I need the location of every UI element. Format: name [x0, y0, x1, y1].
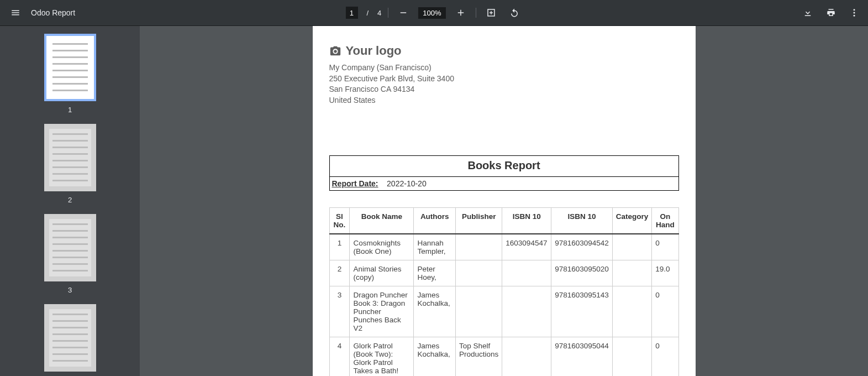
table-cell [456, 286, 502, 337]
table-cell [456, 234, 502, 260]
table-cell: Top Shelf Productions [456, 337, 502, 376]
table-header: Publisher [456, 208, 502, 234]
table-cell: 0 [652, 337, 678, 376]
page-thumbnail[interactable] [44, 34, 96, 101]
table-cell: 9781603095020 [551, 260, 613, 286]
zoom-out-button[interactable] [395, 4, 412, 21]
table-row: 4Glork Patrol (Book Two): Glork Patrol T… [329, 337, 678, 376]
table-cell: 3 [329, 286, 350, 337]
camera-icon [329, 45, 341, 57]
document-title: Odoo Report [31, 8, 75, 17]
table-cell: 4 [329, 337, 350, 376]
report-title: Books Report [330, 156, 678, 177]
table-cell: Cosmoknights (Book One) [350, 234, 414, 260]
table-header: On Hand [652, 208, 678, 234]
thumbnail-label: 1 [68, 106, 72, 114]
table-cell [502, 260, 551, 286]
table-cell: Dragon Puncher Book 3: Dragon Puncher Pu… [350, 286, 414, 337]
table-header: ISBN 10 [551, 208, 613, 234]
thumbnail-label: 3 [68, 286, 72, 294]
table-row: 2Animal Stories (copy)Peter Hoey,9781603… [329, 260, 678, 286]
company-address-1: 250 Executive Park Blvd, Suite 3400 [329, 74, 679, 85]
rotate-button[interactable] [506, 4, 523, 21]
table-header: Sl No. [329, 208, 350, 234]
table-cell: Peter Hoey, [414, 260, 456, 286]
table-cell: Glork Patrol (Book Two): Glork Patrol Ta… [350, 337, 414, 376]
table-cell: 9781603095044 [551, 337, 613, 376]
table-cell [612, 337, 652, 376]
page-separator: / [366, 9, 369, 17]
table-cell: 19.0 [652, 260, 678, 286]
print-button[interactable] [823, 4, 839, 21]
table-cell [612, 286, 652, 337]
table-cell [502, 286, 551, 337]
company-name: My Company (San Francisco) [329, 62, 679, 74]
thumbnail-sidebar[interactable]: 1234 [0, 26, 140, 376]
table-header: Category [612, 208, 652, 234]
table-cell: 2 [329, 260, 350, 286]
company-address-2: San Francisco CA 94134 [329, 84, 679, 95]
table-row: 1Cosmoknights (Book One)Hannah Templer,1… [329, 234, 678, 260]
pdf-toolbar: Odoo Report / 4 100% [0, 0, 868, 26]
company-country: United States [329, 95, 679, 106]
toolbar-divider [476, 8, 476, 18]
more-options-button[interactable] [846, 4, 862, 21]
total-pages: 4 [377, 9, 381, 17]
table-cell: 9781603094542 [551, 234, 613, 260]
table-row: 3Dragon Puncher Book 3: Dragon Puncher P… [329, 286, 678, 337]
page-thumbnail[interactable] [44, 304, 96, 372]
page-viewport[interactable]: Your logo My Company (San Francisco) 250… [140, 26, 868, 376]
page-number-input[interactable] [345, 7, 357, 19]
table-cell [612, 234, 652, 260]
table-cell: Hannah Templer, [414, 234, 456, 260]
download-button[interactable] [799, 4, 816, 21]
table-cell: 0 [652, 234, 678, 260]
table-header: Book Name [350, 208, 414, 234]
table-cell [456, 260, 502, 286]
table-header: Authors [414, 208, 456, 234]
logo-text: Your logo [346, 44, 402, 58]
table-cell: James Kochalka, [414, 337, 456, 376]
books-table: Sl No.Book NameAuthorsPublisherISBN 10IS… [329, 207, 679, 376]
menu-icon[interactable] [4, 2, 27, 24]
table-cell [612, 260, 652, 286]
report-date-value: 2022-10-20 [387, 179, 427, 188]
fit-to-page-button[interactable] [483, 4, 499, 21]
table-header: ISBN 10 [502, 208, 551, 234]
table-cell: 0 [652, 286, 678, 337]
table-cell: 9781603095143 [551, 286, 613, 337]
zoom-level[interactable]: 100% [418, 7, 445, 19]
page-thumbnail[interactable] [44, 214, 96, 281]
table-cell: 1603094547 [502, 234, 551, 260]
table-cell: James Kochalka, [414, 286, 456, 337]
svg-point-1 [854, 9, 855, 11]
zoom-in-button[interactable] [453, 4, 469, 21]
table-cell: 1 [329, 234, 350, 260]
pdf-page: Your logo My Company (San Francisco) 250… [313, 26, 696, 376]
page-thumbnail[interactable] [44, 124, 96, 191]
svg-point-3 [854, 15, 855, 17]
table-cell: Animal Stories (copy) [350, 260, 414, 286]
thumbnail-label: 2 [68, 196, 72, 204]
svg-point-2 [854, 12, 855, 14]
toolbar-divider [388, 8, 388, 18]
report-date-label: Report Date: [332, 179, 378, 188]
table-cell [502, 337, 551, 376]
